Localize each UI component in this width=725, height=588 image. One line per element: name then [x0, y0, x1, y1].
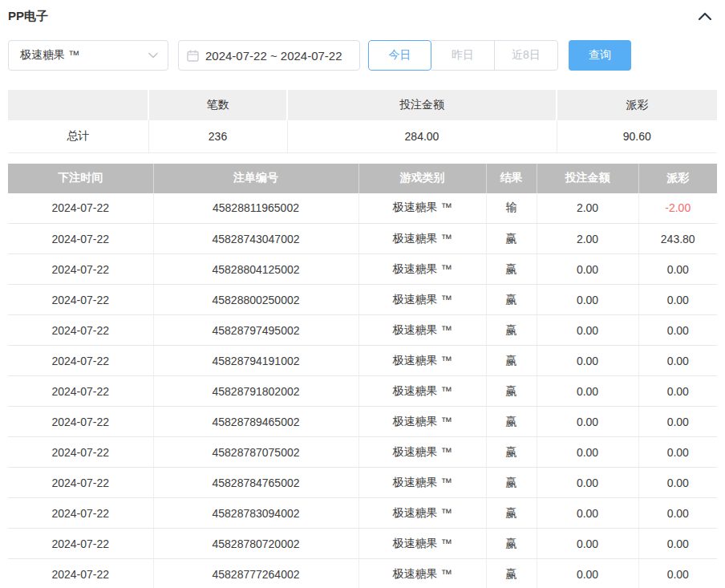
cell-bet-amount: 0.00 — [537, 254, 638, 285]
cell-bet-time: 2024-07-22 — [8, 407, 153, 437]
cell-payout: 0.00 — [638, 468, 717, 498]
query-button[interactable]: 查询 — [569, 40, 631, 71]
quick-range-last8days[interactable]: 近8日 — [495, 40, 558, 71]
cell-bet-time: 2024-07-22 — [8, 315, 153, 346]
cell-game-type: 极速糖果 ™ — [358, 224, 486, 254]
table-row: 2024-07-2245828797495002极速糖果 ™赢0.000.00 — [8, 315, 717, 346]
date-range-value: 2024-07-22 ~ 2024-07-22 — [205, 49, 342, 63]
cell-payout: 0.00 — [638, 407, 717, 437]
cell-bet-amount: 0.00 — [537, 529, 638, 559]
cell-bet-amount: 0.00 — [537, 437, 638, 468]
cell-result: 赢 — [486, 529, 537, 559]
cell-result: 赢 — [486, 437, 537, 468]
table-row: 2024-07-2245828804125002极速糖果 ™赢0.000.00 — [8, 254, 717, 285]
cell-bet-time: 2024-07-22 — [8, 224, 153, 254]
col-header-bet-id: 注单编号 — [153, 164, 358, 193]
cell-bet-amount: 0.00 — [537, 346, 638, 376]
cell-game-type: 极速糖果 ™ — [358, 559, 486, 588]
cell-bet-amount: 0.00 — [537, 559, 638, 588]
cell-bet-id: 45828784765002 — [153, 468, 358, 498]
bet-table-header-row: 下注时间注单编号游戏类别结果投注金额派彩 — [8, 164, 717, 193]
cell-game-type: 极速糖果 ™ — [358, 346, 486, 376]
table-row: 2024-07-2245828784765002极速糖果 ™赢0.000.00 — [8, 468, 717, 498]
cell-payout: 243.80 — [638, 224, 717, 254]
cell-bet-id: 45828800250002 — [153, 285, 358, 315]
cell-payout: 0.00 — [638, 285, 717, 315]
cell-bet-amount: 0.00 — [537, 468, 638, 498]
cell-bet-time: 2024-07-22 — [8, 285, 153, 315]
cell-payout: 0.00 — [638, 498, 717, 529]
table-row: 2024-07-2245828783094002极速糖果 ™赢0.000.00 — [8, 498, 717, 529]
cell-payout: 0.00 — [638, 529, 717, 559]
cell-payout: 0.00 — [638, 376, 717, 407]
cell-bet-time: 2024-07-22 — [8, 498, 153, 529]
quick-range-group: 今日 昨日 近8日 — [368, 40, 558, 71]
cell-bet-time: 2024-07-22 — [8, 437, 153, 468]
cell-bet-time: 2024-07-22 — [8, 193, 153, 224]
cell-result: 赢 — [486, 346, 537, 376]
cell-bet-id: 45828811965002 — [153, 193, 358, 224]
cell-game-type: 极速糖果 ™ — [358, 468, 486, 498]
quick-range-yesterday[interactable]: 昨日 — [431, 40, 495, 71]
cell-bet-time: 2024-07-22 — [8, 529, 153, 559]
table-row: 2024-07-2245828780720002极速糖果 ™赢0.000.00 — [8, 529, 717, 559]
cell-bet-id: 45828743047002 — [153, 224, 358, 254]
summary-header-row: 笔数 投注金额 派彩 — [8, 90, 717, 120]
summary-header-payout: 派彩 — [557, 90, 717, 120]
cell-bet-id: 45828797495002 — [153, 315, 358, 346]
chevron-up-icon — [699, 12, 711, 20]
date-range-input[interactable]: 2024-07-22 ~ 2024-07-22 — [178, 40, 360, 71]
cell-result: 赢 — [486, 285, 537, 315]
summary-total-payout: 90.60 — [557, 120, 717, 152]
filter-bar: 极速糖果 ™ 2024-07-22 ~ 2024-07-22 今日 昨日 近8日… — [8, 40, 717, 71]
cell-result: 赢 — [486, 559, 537, 588]
cell-result: 赢 — [486, 315, 537, 346]
cell-bet-id: 45828804125002 — [153, 254, 358, 285]
cell-game-type: 极速糖果 ™ — [358, 315, 486, 346]
cell-payout: 0.00 — [638, 346, 717, 376]
pp-electronic-panel: PP电子 极速糖果 ™ 2024-07-22 ~ 2024- — [0, 0, 725, 588]
cell-bet-time: 2024-07-22 — [8, 346, 153, 376]
cell-result: 输 — [486, 193, 537, 224]
cell-result: 赢 — [486, 498, 537, 529]
calendar-icon — [187, 50, 199, 62]
cell-bet-time: 2024-07-22 — [8, 376, 153, 407]
cell-result: 赢 — [486, 254, 537, 285]
cell-game-type: 极速糖果 ™ — [358, 498, 486, 529]
col-header-result: 结果 — [486, 164, 537, 193]
cell-bet-amount: 2.00 — [537, 224, 638, 254]
summary-header-empty — [8, 90, 148, 120]
col-header-bet-amount: 投注金额 — [537, 164, 638, 193]
col-header-bet-time: 下注时间 — [8, 164, 153, 193]
collapse-panel-button[interactable] — [696, 7, 714, 25]
quick-range-today[interactable]: 今日 — [368, 40, 431, 71]
cell-payout: -2.00 — [638, 193, 717, 224]
cell-payout: 0.00 — [638, 437, 717, 468]
cell-payout: 0.00 — [638, 559, 717, 588]
cell-payout: 0.00 — [638, 254, 717, 285]
cell-bet-id: 45828791802002 — [153, 376, 358, 407]
cell-result: 赢 — [486, 468, 537, 498]
cell-bet-amount: 0.00 — [537, 285, 638, 315]
table-row: 2024-07-2245828811965002极速糖果 ™输2.00-2.00 — [8, 193, 717, 224]
cell-game-type: 极速糖果 ™ — [358, 407, 486, 437]
bet-table: 下注时间注单编号游戏类别结果投注金额派彩 2024-07-22458288119… — [8, 164, 717, 588]
cell-game-type: 极速糖果 ™ — [358, 285, 486, 315]
cell-bet-amount: 0.00 — [537, 315, 638, 346]
summary-total-bet-amount: 284.00 — [287, 120, 557, 152]
cell-bet-amount: 0.00 — [537, 498, 638, 529]
cell-game-type: 极速糖果 ™ — [358, 376, 486, 407]
cell-bet-id: 45828780720002 — [153, 529, 358, 559]
table-row: 2024-07-2245828787075002极速糖果 ™赢0.000.00 — [8, 437, 717, 468]
game-select[interactable]: 极速糖果 ™ — [8, 40, 168, 71]
cell-bet-amount: 0.00 — [537, 407, 638, 437]
summary-header-bet-amount: 投注金额 — [287, 90, 557, 120]
summary-total-count: 236 — [148, 120, 287, 152]
summary-header-count: 笔数 — [148, 90, 287, 120]
cell-result: 赢 — [486, 407, 537, 437]
cell-bet-id: 45828787075002 — [153, 437, 358, 468]
page-title: PP电子 — [8, 9, 48, 24]
cell-result: 赢 — [486, 376, 537, 407]
col-header-payout: 派彩 — [638, 164, 717, 193]
table-row: 2024-07-2245828800250002极速糖果 ™赢0.000.00 — [8, 285, 717, 315]
